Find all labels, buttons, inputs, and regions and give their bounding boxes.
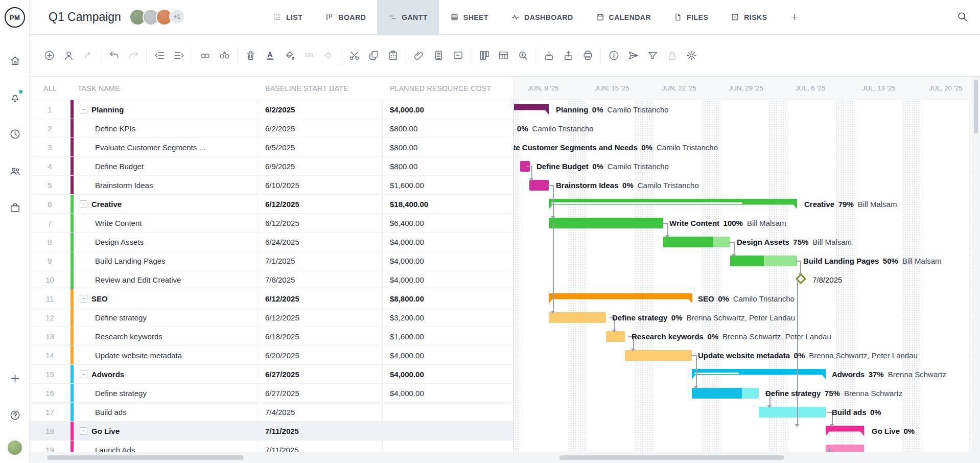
indent-button[interactable] <box>173 50 185 62</box>
task-name-cell[interactable]: −Adwords <box>71 365 258 383</box>
tab-calendar[interactable]: CALENDAR <box>585 0 663 35</box>
baseline-start-date-cell[interactable]: 6/12/2025 <box>258 214 383 232</box>
user-avatar[interactable] <box>8 441 22 455</box>
gantt-vertical-scrollbar[interactable] <box>972 77 980 452</box>
columns-button[interactable] <box>478 50 490 62</box>
gantt-task-bar[interactable] <box>692 388 759 399</box>
planned-resource-cost-cell[interactable]: $8,800.00 <box>383 289 514 308</box>
gantt-task-bar[interactable] <box>826 445 864 452</box>
planned-resource-cost-cell[interactable]: $18,400.00 <box>383 195 514 213</box>
tab-risks[interactable]: RISKS <box>719 0 778 35</box>
planned-resource-cost-cell[interactable]: $4,000.00 <box>383 251 514 270</box>
baseline-start-date-cell[interactable]: 6/20/2025 <box>258 346 383 364</box>
gantt-task-bar[interactable] <box>529 180 549 191</box>
tab-gantt[interactable]: GANTT <box>377 0 439 35</box>
import-button[interactable] <box>543 50 555 62</box>
baseline-start-date-cell[interactable]: 7/8/2025 <box>258 270 383 289</box>
baseline-start-date-cell[interactable]: 6/9/2025 <box>258 157 383 175</box>
tab-add-view[interactable] <box>779 0 810 35</box>
planned-resource-cost-cell[interactable]: $3,200.00 <box>383 308 514 327</box>
baseline-start-date-cell[interactable]: 7/1/2025 <box>258 251 383 270</box>
gantt-task-bar[interactable] <box>663 237 730 247</box>
task-name-cell[interactable]: −Planning <box>71 100 258 119</box>
baseline-start-date-cell[interactable]: 7/11/2025 <box>258 422 383 440</box>
sidebar-item-briefcase[interactable] <box>0 196 30 219</box>
task-name-cell[interactable]: Write Content <box>71 214 258 232</box>
table-row[interactable]: 19Launch Ads7/11/2025 <box>30 441 514 452</box>
planned-resource-cost-cell[interactable] <box>383 422 514 440</box>
baseline-start-date-cell[interactable]: 6/12/2025 <box>258 308 383 327</box>
table-row[interactable]: 4Define Budget6/9/2025$800.00 <box>30 157 514 176</box>
task-name-cell[interactable]: Review and Edit Creative <box>71 270 258 289</box>
sidebar-item-help[interactable] <box>0 404 30 426</box>
baseline-start-date-cell[interactable]: 6/12/2025 <box>258 289 383 308</box>
table-row[interactable]: 9Build Landing Pages7/1/2025$4,000.00 <box>30 251 514 270</box>
planned-resource-cost-cell[interactable]: $4,000.00 <box>383 270 514 289</box>
baseline-start-date-cell[interactable]: 6/24/2025 <box>258 233 383 251</box>
table-row[interactable]: 2Define KPIs6/2/2025$800.00 <box>30 119 514 138</box>
task-name-cell[interactable]: Define KPIs <box>71 119 258 137</box>
task-name-cell[interactable]: Design Assets <box>71 233 258 251</box>
comment-button[interactable] <box>452 50 464 62</box>
search-icon[interactable] <box>956 11 968 24</box>
planned-resource-cost-cell[interactable]: $4,000.00 <box>383 384 514 402</box>
tab-sheet[interactable]: SHEET <box>439 0 500 35</box>
link-button[interactable] <box>199 50 211 62</box>
tab-list[interactable]: LIST <box>262 0 314 35</box>
export-button[interactable] <box>562 50 574 62</box>
column-header-1[interactable]: ALL <box>30 84 71 92</box>
planned-resource-cost-cell[interactable]: $800.00 <box>383 119 514 137</box>
baseline-start-date-cell[interactable]: 6/2/2025 <box>258 119 383 137</box>
collapse-toggle[interactable]: − <box>80 427 87 435</box>
table-row[interactable]: 17Build ads7/4/2025 <box>30 403 514 422</box>
table-button[interactable] <box>497 50 509 62</box>
sidebar-item-clock[interactable] <box>0 123 30 145</box>
baseline-start-date-cell[interactable]: 6/5/2025 <box>258 138 383 156</box>
attach-button[interactable] <box>413 50 425 62</box>
copy-button[interactable] <box>367 50 380 62</box>
collapse-toggle[interactable]: − <box>80 295 87 303</box>
vertical-scroll-thumb[interactable] <box>974 80 978 133</box>
horizontal-scrollbar-strip[interactable] <box>30 452 980 463</box>
column-header-4[interactable]: PLANNED RESOURCE COST <box>383 84 514 92</box>
fill-color-button[interactable] <box>283 50 295 62</box>
table-row[interactable]: 6−Creative6/12/2025$18,400.00 <box>30 195 514 214</box>
task-name-cell[interactable]: Define strategy <box>71 384 258 402</box>
filter-button[interactable] <box>646 50 659 62</box>
sidebar-item-home[interactable] <box>0 49 30 72</box>
task-name-cell[interactable]: −Go Live <box>71 422 258 440</box>
table-row[interactable]: 7Write Content6/12/2025$6,400.00 <box>30 214 514 233</box>
cut-button[interactable] <box>348 50 360 62</box>
planned-resource-cost-cell[interactable]: $4,000.00 <box>383 233 514 251</box>
planned-resource-cost-cell[interactable]: $6,400.00 <box>383 214 514 232</box>
planned-resource-cost-cell[interactable]: $4,000.00 <box>383 346 514 364</box>
font-color-button[interactable]: A <box>264 50 276 62</box>
zoom-in-button[interactable] <box>517 50 529 62</box>
planned-resource-cost-cell[interactable]: $1,600.00 <box>383 327 514 345</box>
collapse-toggle[interactable]: − <box>80 200 87 208</box>
table-row[interactable]: 10Review and Edit Creative7/8/2025$4,000… <box>30 270 514 289</box>
notes-button[interactable] <box>432 50 445 62</box>
table-row[interactable]: 11−SEO6/12/2025$8,800.00 <box>30 289 514 308</box>
task-name-cell[interactable]: Update website metadata <box>71 346 258 364</box>
table-row[interactable]: 3Evaluate Customer Segments ...6/5/2025$… <box>30 138 514 157</box>
trash-button[interactable] <box>244 50 256 62</box>
table-row[interactable]: 8Design Assets6/24/2025$4,000.00 <box>30 233 514 251</box>
table-row[interactable]: 1−Planning6/2/2025$4,000.00 <box>30 100 514 119</box>
planned-resource-cost-cell[interactable]: $800.00 <box>383 157 514 175</box>
gantt-task-bar[interactable] <box>606 331 625 342</box>
table-row[interactable]: 13Research keywords6/18/2025$1,600.00 <box>30 327 514 346</box>
table-row[interactable]: 5Brainstorm Ideas6/10/2025$1,600.00 <box>30 176 514 195</box>
planned-resource-cost-cell[interactable]: $800.00 <box>383 138 514 156</box>
planned-resource-cost-cell[interactable]: $4,000.00 <box>383 365 514 383</box>
gantt-scroll-thumb[interactable] <box>559 455 784 460</box>
add-task-button[interactable] <box>43 50 55 62</box>
sidebar-item-plus[interactable] <box>0 367 30 389</box>
planned-resource-cost-cell[interactable]: $4,000.00 <box>383 100 514 119</box>
task-name-cell[interactable]: Launch Ads <box>71 441 258 452</box>
baseline-start-date-cell[interactable]: 6/10/2025 <box>258 176 383 194</box>
gantt-task-bar[interactable] <box>549 312 606 323</box>
assign-button[interactable] <box>62 50 75 62</box>
sidebar-item-bell[interactable] <box>0 86 30 108</box>
task-name-cell[interactable]: Define Budget <box>71 157 258 175</box>
